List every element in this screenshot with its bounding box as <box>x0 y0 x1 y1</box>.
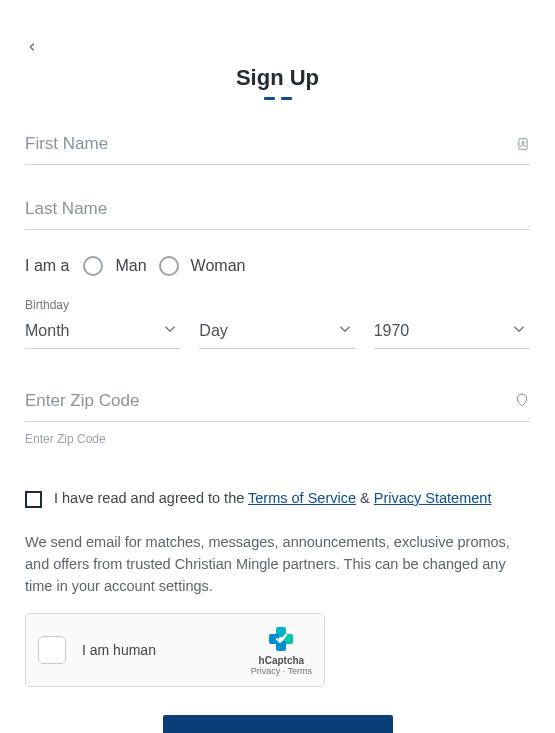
captcha-brand-text: hCaptcha <box>251 655 312 666</box>
title-underline <box>25 97 530 100</box>
terms-text: I have read and agreed to the Terms of S… <box>54 490 491 506</box>
gender-label: I am a <box>25 257 69 275</box>
terms-of-service-link[interactable]: Terms of Service <box>248 490 356 506</box>
chevron-down-icon <box>510 320 528 342</box>
svg-point-1 <box>522 142 525 145</box>
captcha-label: I am human <box>82 642 156 658</box>
birthday-month-select[interactable]: Month <box>25 314 181 349</box>
terms-checkbox[interactable] <box>25 491 42 508</box>
captcha-widget: I am human hCaptcha Privacy · Terms <box>25 613 325 687</box>
gender-man-radio[interactable] <box>83 256 103 276</box>
captcha-brand: hCaptcha Privacy · Terms <box>251 625 312 676</box>
gender-man-label: Man <box>115 257 146 275</box>
birthday-year-select[interactable]: 1970 <box>374 314 530 349</box>
last-name-field[interactable] <box>25 195 530 230</box>
terms-row: I have read and agreed to the Terms of S… <box>25 490 530 508</box>
last-name-input[interactable] <box>25 195 530 223</box>
zip-input[interactable] <box>25 387 530 415</box>
captcha-checkbox[interactable] <box>38 636 66 664</box>
contact-icon <box>516 136 530 156</box>
page-title: Sign Up <box>236 65 319 91</box>
birthday-year-value: 1970 <box>374 322 410 340</box>
first-name-field[interactable] <box>25 130 530 165</box>
gender-woman-label: Woman <box>191 257 246 275</box>
gender-woman-radio[interactable] <box>159 256 179 276</box>
chevron-down-icon <box>161 320 179 342</box>
first-name-input[interactable] <box>25 130 530 158</box>
birthday-label: Birthday <box>25 298 530 312</box>
hcaptcha-icon <box>267 625 295 653</box>
back-icon[interactable] <box>25 40 39 57</box>
zip-field[interactable] <box>25 387 530 422</box>
gender-row: I am a Man Woman <box>25 256 530 276</box>
birthday-day-value: Day <box>199 322 227 340</box>
birthday-day-select[interactable]: Day <box>199 314 355 349</box>
next-button[interactable]: Next <box>163 715 393 733</box>
privacy-statement-link[interactable]: Privacy Statement <box>374 490 492 506</box>
email-note: We send email for matches, messages, ann… <box>25 532 530 597</box>
birthday-month-value: Month <box>25 322 69 340</box>
location-icon <box>514 391 530 413</box>
zip-helper: Enter Zip Code <box>25 432 530 446</box>
chevron-down-icon <box>336 320 354 342</box>
captcha-links[interactable]: Privacy · Terms <box>251 666 312 676</box>
